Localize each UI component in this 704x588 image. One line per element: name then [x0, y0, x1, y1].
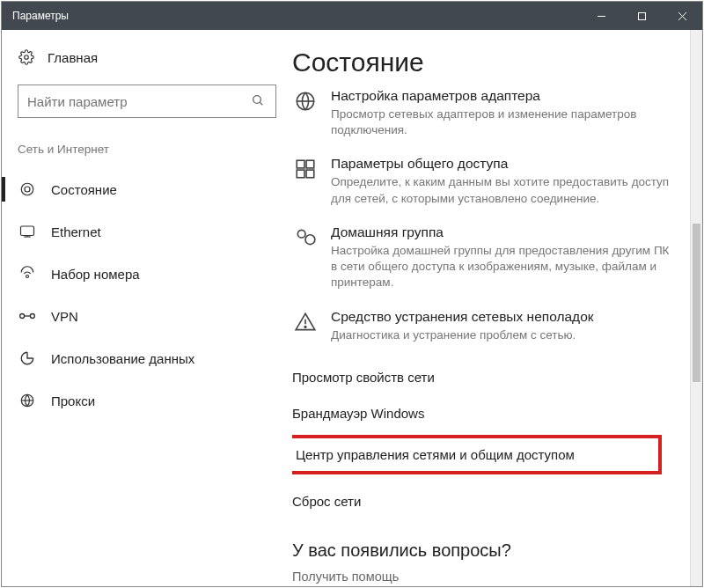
ethernet-icon: [18, 224, 37, 239]
sidebar-item-label: Использование данных: [51, 351, 194, 366]
svg-rect-9: [21, 226, 34, 236]
svg-point-13: [20, 314, 25, 319]
svg-point-7: [21, 183, 33, 195]
sidebar-item-ethernet[interactable]: Ethernet: [2, 210, 276, 253]
svg-rect-20: [297, 161, 304, 169]
svg-rect-1: [638, 12, 645, 19]
svg-rect-21: [306, 161, 314, 169]
status-icon: [18, 181, 37, 197]
svg-point-4: [25, 55, 29, 60]
warning-icon: [292, 309, 319, 343]
svg-point-27: [304, 326, 306, 327]
sidebar-item-label: Ethernet: [51, 224, 101, 239]
option-title: Средство устранения сетевых неполадок: [331, 309, 594, 325]
option-adapter[interactable]: Настройка параметров адаптера Просмотр с…: [292, 88, 692, 138]
gear-icon: [18, 49, 35, 65]
home-link[interactable]: Главная: [18, 49, 276, 65]
titlebar: Параметры: [2, 2, 702, 30]
search-icon: [251, 93, 267, 110]
svg-point-8: [25, 187, 30, 192]
vpn-icon: [18, 310, 37, 322]
sidebar-item-label: Состояние: [51, 182, 117, 197]
maximize-button[interactable]: [621, 2, 662, 30]
sidebar-item-label: Прокси: [51, 393, 95, 408]
link-sharing-center-highlighted[interactable]: Центр управления сетями и общим доступом: [292, 435, 662, 474]
sharing-icon: [292, 156, 319, 206]
link-view-properties[interactable]: Просмотр свойств сети: [292, 361, 692, 393]
option-title: Параметры общего доступа: [331, 156, 674, 172]
sidebar: Главная Сеть и Интернет Состояние: [2, 30, 292, 586]
main-panel: Состояние Настройка параметров адаптера …: [292, 30, 702, 586]
sidebar-item-vpn[interactable]: VPN: [2, 295, 276, 337]
svg-point-24: [297, 230, 305, 238]
sidebar-item-label: VPN: [51, 309, 78, 324]
page-heading: Состояние: [292, 48, 692, 77]
link-help[interactable]: Получить помощь: [292, 570, 692, 584]
dialup-icon: [18, 266, 37, 282]
link-reset[interactable]: Сброс сети: [292, 485, 692, 518]
minimize-button[interactable]: [581, 2, 621, 30]
option-homegroup[interactable]: Домашняя группа Настройка домашней групп…: [292, 224, 692, 291]
svg-rect-23: [306, 171, 314, 179]
option-desc: Просмотр сетевых адаптеров и изменение п…: [331, 107, 674, 138]
scrollbar[interactable]: [690, 30, 702, 586]
option-desc: Определите, к каким данным вы хотите пре…: [331, 174, 674, 206]
home-label: Главная: [48, 50, 98, 65]
homegroup-icon: [292, 224, 319, 291]
scrollbar-thumb[interactable]: [693, 224, 700, 382]
option-title: Настройка параметров адаптера: [331, 88, 674, 104]
svg-line-6: [260, 102, 262, 105]
svg-point-5: [253, 95, 261, 103]
search-input[interactable]: [27, 94, 251, 109]
svg-rect-22: [297, 171, 304, 179]
sidebar-item-label: Набор номера: [51, 267, 140, 282]
link-sharing-center-label: Центр управления сетями и общим доступом: [296, 447, 575, 462]
svg-point-25: [305, 235, 315, 245]
sidebar-item-data-usage[interactable]: Использование данных: [2, 337, 276, 379]
svg-point-12: [26, 276, 29, 278]
window-title: Параметры: [12, 10, 581, 22]
option-desc: Настройка домашней группы для предоставл…: [331, 243, 674, 291]
link-firewall[interactable]: Брандмауэр Windows: [292, 397, 692, 430]
datausage-icon: [18, 350, 37, 366]
option-troubleshoot[interactable]: Средство устранения сетевых неполадок Ди…: [292, 309, 692, 343]
questions-heading: У вас появились вопросы?: [292, 540, 692, 561]
sidebar-item-status[interactable]: Состояние: [2, 168, 276, 210]
globe-icon: [292, 88, 319, 138]
option-sharing[interactable]: Параметры общего доступа Определите, к к…: [292, 156, 692, 206]
sidebar-item-proxy[interactable]: Прокси: [2, 379, 276, 422]
sidebar-item-dialup[interactable]: Набор номера: [2, 253, 276, 295]
proxy-icon: [18, 393, 37, 408]
section-label: Сеть и Интернет: [18, 143, 276, 156]
option-desc: Диагностика и устранение проблем с сетью…: [331, 327, 594, 343]
close-button[interactable]: [662, 2, 702, 30]
svg-point-14: [30, 314, 34, 319]
search-input-container[interactable]: [18, 85, 276, 118]
option-title: Домашняя группа: [331, 224, 674, 240]
